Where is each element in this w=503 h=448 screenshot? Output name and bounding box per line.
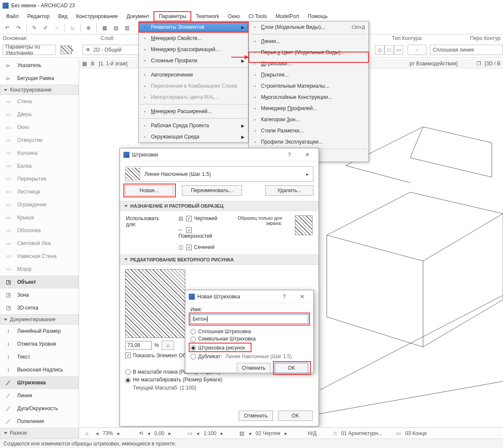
fills-ok-button[interactable]: OK <box>278 411 313 421</box>
defaults-button[interactable]: Параметры по Умолчанию <box>3 45 56 55</box>
tool-Отметка Уровня[interactable]: ⟊Отметка Уровня <box>0 338 79 350</box>
tool-Стена[interactable]: ▭Стена <box>0 95 79 108</box>
menu-редактор[interactable]: Редактор <box>23 12 54 21</box>
tool-Окно[interactable]: ▭Окно <box>0 121 79 134</box>
radio-image[interactable]: Штриховка-рисунок <box>190 345 245 351</box>
menuitem[interactable]: ▫Строительные Материалы... <box>249 80 368 92</box>
menu-конструирование[interactable]: Конструирование <box>72 12 122 21</box>
scale-value[interactable]: 1:100 <box>203 430 216 436</box>
menuitem[interactable]: ▫Профили Эксплуатации... <box>249 136 368 147</box>
tool-Зона[interactable]: ◳Зона <box>0 288 79 301</box>
tool-Морф[interactable]: ▭Морф <box>0 263 79 276</box>
current-fill-select[interactable]: Линии Наклонные (Шаг 1.5) ▸ <box>125 166 313 182</box>
menu-документ[interactable]: Документ <box>122 12 153 21</box>
geom-btn-2[interactable]: □ <box>384 45 394 55</box>
menu-помощь[interactable]: Помощь <box>304 12 332 21</box>
menuitem[interactable]: ▫Менеджер Классификаций... <box>139 44 248 55</box>
close-button[interactable]: ✕ <box>300 149 315 161</box>
tool-Оболочка[interactable]: ▭Оболочка <box>0 224 79 237</box>
delete-button[interactable]: Удалить... <box>265 185 313 196</box>
conc-value[interactable]: 03 Конце <box>405 430 426 436</box>
new-fill-ok-button[interactable]: OK <box>275 363 308 373</box>
method-button[interactable]: ⟋ <box>408 45 426 55</box>
help-button[interactable]: ? <box>276 291 292 303</box>
angle-icon[interactable]: ⟀ <box>68 23 77 33</box>
tool-Лестница[interactable]: ▭Лестница <box>0 185 79 198</box>
check-surfaces[interactable]: ▱Поверхностей <box>178 227 222 239</box>
wand-icon[interactable]: ✎ <box>30 23 39 33</box>
menuitem[interactable]: ▫Перья и Цвет (Модельные Виды)... <box>249 47 368 58</box>
tool-3D-сетка[interactable]: ◳3D-сетка <box>0 301 79 314</box>
fill-thumb-icon[interactable] <box>61 46 72 54</box>
geom-btn-1[interactable]: ◇ <box>375 45 384 55</box>
group-header-vector[interactable]: РЕДАКТИРОВАНИЕ ВЕКТОРНОГО РИСУНКА <box>120 255 319 265</box>
tool-Балка[interactable]: ▭Балка <box>0 160 79 172</box>
cube-icon[interactable]: ❒ <box>476 61 481 67</box>
menu-окно[interactable]: Окно <box>224 12 244 21</box>
ruler-icon[interactable]: ⟋ <box>52 23 61 33</box>
zoom-fit-button[interactable]: ⌕ <box>162 341 174 350</box>
sheet-icon[interactable]: 🗎 <box>90 61 95 67</box>
tool-Перекрытие[interactable]: ▭Перекрытие <box>0 172 79 185</box>
undo-icon[interactable]: ↶ <box>3 23 12 33</box>
menuitem[interactable]: ▫Линии... <box>249 36 368 47</box>
tool-Колонна[interactable]: ▭Колонна <box>0 147 79 160</box>
menuitem[interactable]: ▫Окружающая Среда▶ <box>139 131 248 142</box>
coord-value[interactable]: 0,00 <box>154 430 164 436</box>
tool-Навесная Стена[interactable]: ▭Навесная Стена <box>0 250 79 263</box>
arch-value[interactable]: 01 Архитектурн... <box>341 430 382 436</box>
radio-duplicate[interactable]: Дубликат: <box>190 353 222 359</box>
tool-Линейный Размер[interactable]: ⟊Линейный Размер <box>0 325 79 338</box>
menuitem[interactable]: ▫Стили Разметки... <box>249 125 368 136</box>
tool-Полилиния[interactable]: ／Полилиния <box>0 415 79 428</box>
tool-Бегущая Рамка[interactable]: ▻Бегущая Рамка <box>0 72 79 85</box>
name-input[interactable]: Бетон <box>190 314 308 324</box>
tool-Дуга/Окружность[interactable]: ／Дуга/Окружность <box>0 402 79 415</box>
zoom-input[interactable]: 73,08 <box>125 341 152 350</box>
grid2-icon[interactable]: ▤ <box>111 23 120 33</box>
grid3-icon[interactable]: ▥ <box>122 23 132 33</box>
nav-home-icon[interactable]: ⌂ <box>82 429 92 438</box>
menuitem[interactable]: ▫Менеджер Расширений... <box>139 106 248 117</box>
radio-solid[interactable]: Сплошная Штриховка <box>190 328 308 334</box>
geom-btn-3[interactable]: ▭ <box>394 45 403 55</box>
tool-Световой Люк[interactable]: ▭Световой Люк <box>0 237 79 250</box>
menuitem[interactable]: ▫Слои (Модельные Виды)...Ctrl+Д <box>249 21 368 33</box>
menu-параметры[interactable]: Параметры <box>153 11 191 21</box>
eyedrop-icon[interactable]: ✐ <box>41 23 50 33</box>
tool-category[interactable]: Документирование <box>0 314 79 325</box>
menu-modelport[interactable]: ModelPort <box>271 12 304 21</box>
tab-floor[interactable]: [1. 1-й этаж] <box>99 61 128 67</box>
radio-paper-scale[interactable]: Не масштабировать (Размер Бумаги) <box>125 377 313 383</box>
menuitem[interactable]: ▫Менеджер Свойств... <box>139 33 248 44</box>
tool-Линия[interactable]: ／Линия <box>0 389 79 402</box>
menuitem[interactable]: ▫Реквизиты Элементов▶ <box>139 21 248 33</box>
check-sections[interactable]: ◫Сечений <box>178 244 222 250</box>
tool-Крыша[interactable]: ▭Крыша <box>0 211 79 224</box>
tab-3d[interactable]: [3D / В <box>485 61 500 67</box>
close-button[interactable]: ✕ <box>294 291 310 303</box>
fills-cancel-button[interactable]: Отменить <box>239 411 273 421</box>
tool-Дверь[interactable]: ▭Дверь <box>0 108 79 121</box>
tool-Указатель[interactable]: ▻Указатель <box>0 59 79 72</box>
grid-icon[interactable]: ▦ <box>82 61 87 67</box>
check-drawings[interactable]: ▤Чертежей <box>178 215 222 221</box>
sample-swatch[interactable] <box>295 215 313 235</box>
new-fill-cancel-button[interactable]: Отменить <box>237 363 270 373</box>
menu-вид[interactable]: Вид <box>54 12 72 21</box>
snap-icon[interactable]: ⊕ <box>84 23 93 33</box>
rename-button[interactable]: Переименовать... <box>182 185 242 196</box>
tool-Объект[interactable]: ◳Объект <box>0 276 79 288</box>
menuitem[interactable]: ▫Рабочая Среда Проекта▶ <box>139 120 248 131</box>
menuitem[interactable]: ▫Покрытия... <box>249 69 368 80</box>
redo-icon[interactable]: ↷ <box>14 23 23 33</box>
tool-category[interactable]: Конструирование <box>0 85 79 95</box>
radio-symbol[interactable]: Символьная Штриховка <box>190 336 308 342</box>
help-button[interactable]: ? <box>282 149 297 161</box>
menuitem[interactable]: ▫Менеджер Профилей... <box>249 103 368 114</box>
tool-Выносная Надпись[interactable]: ⟊Выносная Надпись <box>0 363 79 376</box>
tool-Отверстие[interactable]: ▭Отверстие <box>0 134 79 147</box>
menuitem[interactable]: ▫Автопересечение <box>139 69 248 80</box>
menuitem[interactable]: ▫Категории Зон... <box>249 114 368 125</box>
tool-Штриховка[interactable]: ／Штриховка <box>0 376 79 389</box>
